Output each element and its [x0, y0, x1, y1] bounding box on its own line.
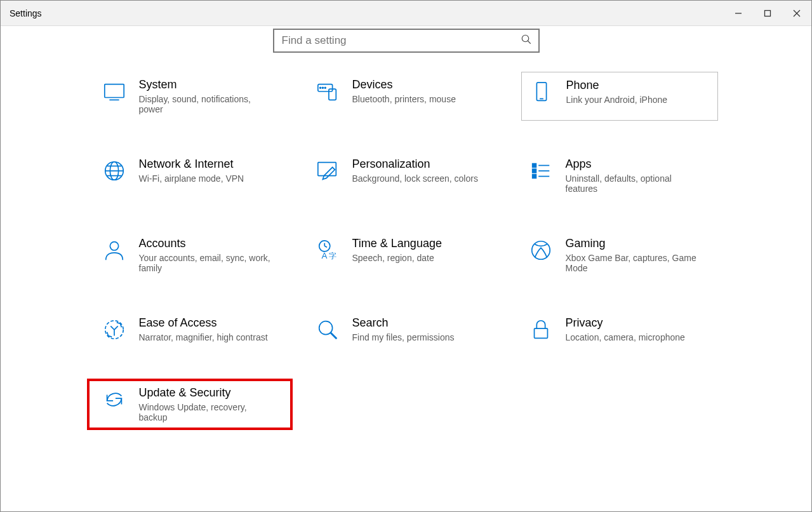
svg-point-4: [522, 35, 529, 42]
tile-text: Search Find my files, permissions: [352, 316, 455, 342]
close-button[interactable]: [782, 1, 811, 25]
search-icon: [521, 34, 532, 48]
tile-subtitle: Wi-Fi, airplane mode, VPN: [139, 173, 244, 184]
tile-text: Time & Language Speech, region, date: [352, 237, 442, 263]
maximize-button[interactable]: [753, 1, 782, 25]
globe-icon: [101, 158, 128, 184]
tile-text: Privacy Location, camera, microphone: [566, 316, 685, 342]
tile-title: Accounts: [139, 237, 276, 250]
clock-language-icon: A字: [314, 237, 341, 264]
sync-icon: [101, 386, 128, 413]
tile-title: Ease of Access: [139, 316, 268, 330]
tile-title: Privacy: [566, 316, 685, 330]
tile-title: Search: [352, 316, 455, 330]
system-icon: [101, 78, 128, 105]
svg-line-37: [330, 333, 336, 339]
tile-title: Update & Security: [139, 386, 276, 400]
tile-subtitle: Speech, region, date: [352, 253, 442, 263]
tile-subtitle: Your accounts, email, sync, work, family: [139, 253, 276, 273]
tile-title: Phone: [566, 79, 668, 92]
window-controls: [724, 1, 811, 25]
svg-rect-1: [765, 10, 771, 16]
tile-subtitle: Uninstall, defaults, optional features: [566, 173, 702, 194]
tile-title: Gaming: [566, 237, 702, 250]
svg-rect-24: [532, 175, 536, 179]
tile-subtitle: Narrator, magnifier, high contrast: [139, 332, 268, 342]
search-input[interactable]: [281, 34, 509, 48]
tile-text: Personalization Background, lock screen,…: [352, 158, 478, 184]
tile-system[interactable]: System Display, sound, notifications, po…: [95, 72, 291, 121]
search-box[interactable]: [273, 29, 540, 53]
svg-rect-21: [317, 163, 336, 176]
svg-point-11: [324, 87, 326, 88]
tile-personalization[interactable]: Personalization Background, lock screen,…: [308, 151, 505, 200]
phone-icon: [528, 79, 555, 105]
tile-title: Devices: [352, 78, 456, 91]
ease-of-access-icon: [101, 316, 128, 343]
svg-point-36: [319, 321, 332, 335]
svg-rect-14: [536, 83, 546, 101]
tile-gaming[interactable]: Gaming Xbox Game Bar, captures, Game Mod…: [521, 231, 718, 280]
search-area: [1, 26, 811, 72]
devices-icon: [314, 78, 341, 105]
tile-update-security[interactable]: Update & Security Windows Update, recove…: [88, 380, 291, 429]
tile-title: Personalization: [352, 158, 478, 171]
svg-point-9: [319, 87, 321, 88]
tile-title: Apps: [566, 158, 702, 171]
minimize-button[interactable]: [724, 1, 753, 25]
svg-point-28: [110, 242, 118, 250]
apps-icon: [528, 158, 554, 184]
tile-subtitle: Display, sound, notifications, power: [139, 94, 276, 114]
paintbrush-icon: [314, 158, 341, 184]
tile-subtitle: Find my files, permissions: [352, 332, 455, 342]
lock-icon: [528, 316, 554, 343]
tile-subtitle: Location, camera, microphone: [566, 332, 685, 342]
svg-rect-23: [532, 169, 536, 173]
svg-rect-22: [532, 164, 536, 168]
tile-apps[interactable]: Apps Uninstall, defaults, optional featu…: [521, 151, 718, 200]
svg-point-34: [531, 241, 550, 260]
tile-text: Devices Bluetooth, printers, mouse: [352, 78, 456, 104]
tile-text: Gaming Xbox Game Bar, captures, Game Mod…: [566, 237, 702, 273]
tile-text: Apps Uninstall, defaults, optional featu…: [566, 158, 702, 194]
tile-text: Phone Link your Android, iPhone: [566, 79, 668, 105]
svg-rect-38: [534, 328, 547, 338]
search-icon: [314, 316, 341, 343]
window-title: Settings: [10, 8, 42, 18]
tile-text: Ease of Access Narrator, magnifier, high…: [139, 316, 268, 342]
svg-text:字: 字: [328, 252, 336, 260]
tile-time-language[interactable]: A字 Time & Language Speech, region, date: [308, 231, 505, 280]
tile-subtitle: Xbox Game Bar, captures, Game Mode: [566, 253, 702, 273]
svg-line-31: [324, 246, 327, 247]
tile-search[interactable]: Search Find my files, permissions: [308, 310, 505, 349]
tile-ease-of-access[interactable]: Ease of Access Narrator, magnifier, high…: [95, 310, 291, 349]
svg-line-5: [528, 41, 531, 44]
tile-text: Network & Internet Wi-Fi, airplane mode,…: [139, 158, 244, 184]
svg-text:A: A: [321, 251, 327, 260]
tile-subtitle: Bluetooth, printers, mouse: [352, 94, 456, 104]
titlebar: Settings: [1, 1, 811, 26]
tile-privacy[interactable]: Privacy Location, camera, microphone: [521, 310, 718, 349]
tile-title: Time & Language: [352, 237, 442, 250]
tile-text: System Display, sound, notifications, po…: [139, 78, 276, 114]
person-icon: [101, 237, 128, 264]
tile-text: Accounts Your accounts, email, sync, wor…: [139, 237, 276, 273]
tile-devices[interactable]: Devices Bluetooth, printers, mouse: [308, 72, 505, 121]
tile-accounts[interactable]: Accounts Your accounts, email, sync, wor…: [95, 231, 291, 280]
tile-subtitle: Windows Update, recovery, backup: [139, 402, 276, 422]
tile-phone[interactable]: Phone Link your Android, iPhone: [521, 72, 718, 121]
settings-grid: System Display, sound, notifications, po…: [1, 72, 811, 429]
tile-text: Update & Security Windows Update, recove…: [139, 386, 276, 422]
tile-title: System: [139, 78, 276, 91]
tile-title: Network & Internet: [139, 158, 244, 171]
svg-point-10: [322, 87, 323, 88]
svg-rect-6: [104, 84, 123, 98]
tile-subtitle: Background, lock screen, colors: [352, 173, 478, 184]
tile-subtitle: Link your Android, iPhone: [566, 95, 668, 105]
xbox-icon: [528, 237, 554, 264]
tile-network[interactable]: Network & Internet Wi-Fi, airplane mode,…: [95, 151, 291, 200]
